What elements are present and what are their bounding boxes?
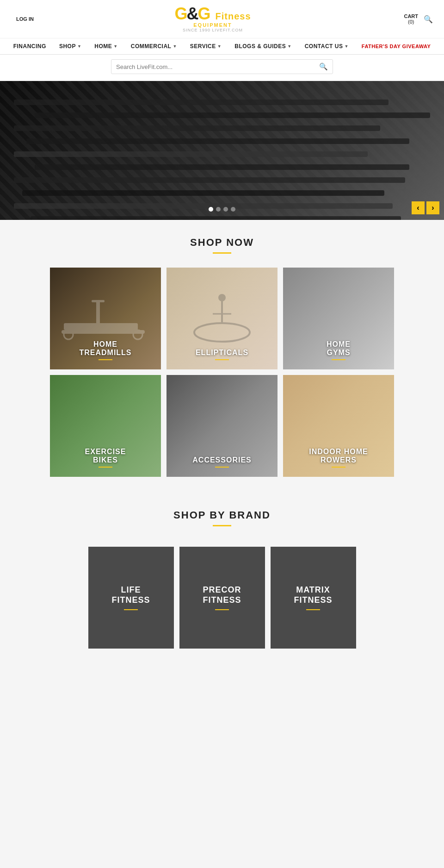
brand-precor-fitness[interactable]: PRECOR FITNESS [179,547,265,649]
log-in-label: LOG IN [16,16,34,22]
svg-rect-0 [64,323,138,330]
svg-point-6 [194,323,250,342]
brand-life-underline [124,609,138,610]
search-submit-button[interactable]: 🔍 [319,62,328,71]
nav-blogs[interactable]: BLOGS & GUIDES ▼ [234,43,291,50]
chevron-down-icon: ▼ [217,44,222,49]
nav-home[interactable]: HOME ▼ [94,43,117,50]
category-treadmill-label: HOME TREADMILLS [50,333,161,369]
brand-matrix-label: MATRIX FITNESS [294,585,332,605]
nav-giveaway[interactable]: FATHER'S DAY GIVEAWAY [362,44,431,49]
search-field-wrap: 🔍 [111,59,333,74]
category-accessories[interactable]: ACCESSORIES [166,375,278,477]
hero-next-button[interactable]: › [426,201,439,214]
brand-matrix-underline [306,609,320,610]
category-exercise-bike[interactable]: EXERCISE BIKES [50,375,161,477]
hero-prev-button[interactable]: ‹ [412,201,425,214]
nav-contact[interactable]: CONTACT US ▼ [305,43,349,50]
category-exercise-bike-label: EXERCISE BIKES [50,440,161,477]
search-bar: 🔍 [0,55,444,81]
hero-dots [209,207,235,212]
hero-dot-2[interactable] [216,207,221,212]
brand-grid: LIFE FITNESS PRECOR FITNESS MATRIX FITNE… [0,547,444,649]
cart-count: (0) [408,19,414,25]
search-icon-button[interactable]: 🔍 [424,15,433,24]
logo-since: SINCE 1990 LIVEFIT.COM [174,28,251,32]
shop-now-section-header: SHOP NOW [0,220,444,265]
nav-commercial[interactable]: COMMERCIAL ▼ [131,43,177,50]
brand-title: SHOP BY BRAND [0,509,444,521]
logo-g2: G [197,4,210,23]
cart-label: CART [404,13,418,19]
chevron-down-icon: ▼ [113,44,117,49]
nav-financing[interactable]: FINANCING [13,43,46,50]
search-input[interactable] [116,63,319,70]
svg-point-9 [218,294,226,301]
hero-content [0,90,444,220]
chevron-down-icon: ▼ [287,44,291,49]
brand-life-fitness[interactable]: LIFE FITNESS [88,547,174,649]
category-elliptical-label: ELLIPTICALS [166,341,278,369]
hero-banner: ‹ › [0,81,444,220]
hero-dot-4[interactable] [231,207,235,212]
category-treadmill[interactable]: HOME TREADMILLS [50,268,161,369]
nav-shop[interactable]: SHOP ▼ [59,43,81,50]
brand-section-header: SHOP BY BRAND [0,500,444,537]
shop-now-title: SHOP NOW [0,237,444,249]
chevron-down-icon: ▼ [344,44,348,49]
logo-g1: G [174,4,186,23]
brand-precor-label: PRECOR FITNESS [203,585,241,605]
nav-service[interactable]: SERVICE ▼ [190,43,222,50]
shop-now-underline [213,252,231,254]
brand-underline [213,525,231,526]
logo-brand: Fitness [216,11,251,21]
logo-ampersand: & [186,4,197,23]
main-nav: FINANCING SHOP ▼ HOME ▼ COMMERCIAL ▼ SER… [0,38,444,55]
category-rowers[interactable]: INDOOR HOME ROWERS [283,375,394,477]
logo-area[interactable]: G&G Fitness EQUIPMENT SINCE 1990 LIVEFIT… [39,6,387,32]
svg-rect-2 [92,300,105,302]
shop-by-brand-section: SHOP BY BRAND LIFE FITNESS PRECOR FITNES… [0,491,444,667]
brand-matrix-fitness[interactable]: MATRIX FITNESS [271,547,356,649]
category-accessories-label: ACCESSORIES [166,449,278,477]
cart-button[interactable]: CART (0) [404,13,418,25]
hero-dot-3[interactable] [223,207,228,212]
brand-life-fitness-label: LIFE FITNESS [111,585,150,605]
category-rowers-label: INDOOR HOME ROWERS [283,440,394,477]
category-home-gym[interactable]: HOME GYMS [283,268,394,369]
chevron-down-icon: ▼ [77,44,81,49]
site-header: LOG IN G&G Fitness EQUIPMENT SINCE 1990 … [0,0,444,38]
category-grid: HOME TREADMILLS ELLIPTICALS HOME GYMS EX… [0,265,444,491]
category-home-gym-label: HOME GYMS [283,333,394,369]
category-elliptical[interactable]: ELLIPTICALS [166,268,278,369]
hero-dot-1[interactable] [209,207,213,212]
log-in-link[interactable]: LOG IN [16,16,34,22]
chevron-down-icon: ▼ [173,44,177,49]
brand-precor-underline [215,609,229,610]
svg-rect-1 [96,300,100,325]
